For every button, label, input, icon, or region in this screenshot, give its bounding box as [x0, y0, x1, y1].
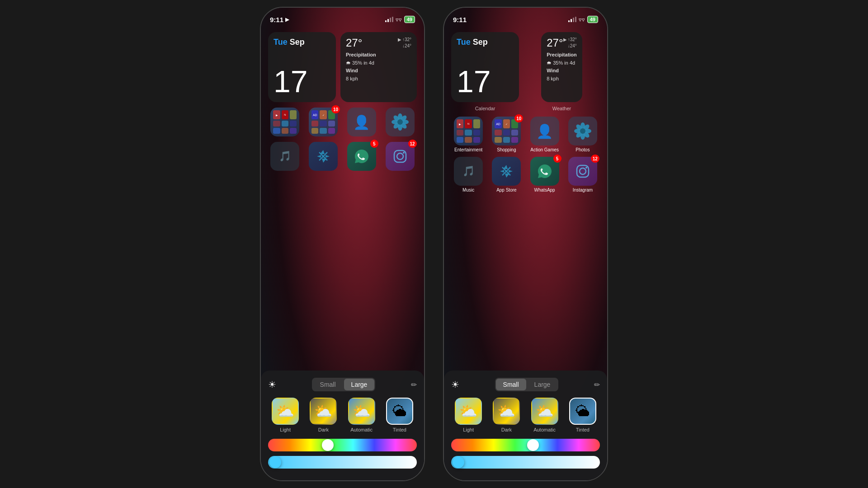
style-tinted-right[interactable]: 🌥 Tinted [566, 398, 600, 432]
size-large-right[interactable]: Large [527, 379, 558, 390]
size-small-left[interactable]: Small [313, 379, 343, 390]
left-phone: 9:11 ▶ ▿▿ 49 Tue Sep [260, 7, 425, 481]
badge-shopping-right: 10 [514, 114, 523, 122]
style-label-auto-left: Automatic [350, 427, 373, 432]
rainbow-slider-left[interactable] [268, 439, 417, 451]
style-dark-left[interactable]: ⛅ Dark [306, 398, 340, 432]
tint-thumb-left[interactable] [269, 456, 281, 468]
badge-whatsapp-right: 5 [553, 155, 561, 163]
label-whatsapp-right: WhatsApp [534, 188, 555, 192]
app-row-2-right: 🎵 Music [451, 157, 600, 192]
signal-bar-r1 [568, 20, 570, 22]
app-row-1-left: ▶ N [268, 108, 417, 136]
calendar-day-right: 17 [457, 66, 514, 97]
label-instagram-right: Instagram [573, 188, 593, 192]
sun-icon-left: ☀ [268, 379, 276, 390]
size-toggle-right: Small Large [495, 378, 559, 391]
style-preview-auto-right: ⛅ [531, 398, 558, 425]
label-entertainment-right: Entertainment [454, 147, 482, 152]
app-row-2-left: 🎵 [268, 142, 417, 171]
signal-bar-1 [385, 20, 387, 22]
style-tinted-left[interactable]: 🌥 Tinted [382, 398, 417, 432]
svg-point-23 [580, 128, 585, 134]
style-label-dark-right: Dark [501, 427, 512, 432]
weather-label-right: Weather [552, 106, 571, 111]
icon-styles-left: ⛅ Light ⛅ Dark ⛅ Automatic [268, 398, 417, 432]
tint-slider-right[interactable] [451, 456, 600, 469]
app-appstore-left[interactable] [307, 142, 340, 171]
style-light-right[interactable]: ⛅ Light [451, 398, 486, 432]
weather-hilo-right: ▶ ↑32° ↓24° [563, 37, 577, 49]
bottom-panel-right: ☀ Small Large ✏ ⛅ Light ⛅ [444, 371, 607, 480]
app-music-left[interactable]: 🎵 [268, 142, 302, 171]
app-music-right[interactable]: 🎵 Music [451, 157, 486, 192]
bottom-panel-left: ☀ Small Large ✏ ⛅ Light ⛅ [261, 371, 424, 480]
status-icons-right: ▿▿ 49 [568, 16, 598, 23]
status-time-left: 9:11 ▶ [270, 16, 289, 23]
wifi-icon-right: ▿▿ [579, 16, 585, 23]
weather-temp-left: 27° [346, 37, 362, 49]
app-photos-right[interactable]: Photos [566, 117, 600, 152]
weather-hilo-left: ▶ ↑32° ↓24° [398, 37, 411, 49]
size-large-left[interactable]: Large [344, 379, 375, 390]
style-preview-light-right: ⛅ [455, 398, 482, 425]
app-photos-left[interactable] [383, 108, 417, 136]
style-preview-tinted-left: 🌥 [386, 398, 413, 425]
calendar-widget-right[interactable]: Tue Sep 17 [451, 32, 519, 102]
signal-bar-r2 [571, 19, 572, 22]
app-shopping-right[interactable]: AD ✓ 10 Shopping [489, 117, 524, 152]
style-automatic-right[interactable]: ⛅ Automatic [528, 398, 562, 432]
rainbow-slider-right[interactable] [451, 439, 600, 451]
badge-instagram-right: 12 [591, 155, 599, 163]
app-action-left[interactable]: 👤 [345, 108, 379, 136]
style-preview-auto-left: ⛅ [348, 398, 375, 425]
app-appstore-right[interactable]: App Store [489, 157, 524, 192]
pencil-icon-left[interactable]: ✏ [411, 380, 417, 389]
signal-bar-3 [390, 18, 391, 22]
weather-widget-left[interactable]: 27° ▶ ↑32° ↓24° Precipitation 🌧 35% in 4… [340, 32, 417, 102]
time-display: 9:11 [270, 16, 283, 23]
style-preview-dark-left: ⛅ [310, 398, 337, 425]
calendar-month-right: Tue Sep [457, 38, 514, 47]
app-instagram-left[interactable]: 12 [383, 142, 417, 171]
weather-widget-right[interactable]: 27° ▶ ↑32° ↓24° Precipitation [541, 32, 582, 102]
style-label-light-left: Light [280, 427, 291, 432]
rainbow-thumb-right[interactable] [527, 439, 539, 451]
svg-point-13 [397, 153, 403, 160]
style-label-auto-right: Automatic [533, 427, 556, 432]
size-toggle-left: Small Large [312, 378, 376, 391]
status-icons-left: ▿▿ 49 [385, 16, 415, 23]
app-whatsapp-right[interactable]: 5 WhatsApp [528, 157, 562, 192]
app-whatsapp-left[interactable]: 5 [345, 142, 379, 171]
svg-point-28 [585, 167, 587, 169]
status-bar-right: 9:11 ▿▿ 49 [444, 8, 607, 28]
signal-bar-r3 [573, 18, 574, 22]
weather-detail-right: Precipitation 🌧 35% in 4d Wind 8 kph [547, 51, 577, 83]
calendar-widget-left[interactable]: Tue Sep 17 [268, 32, 336, 102]
app-instagram-right[interactable]: 12 Instagram [566, 157, 600, 192]
tint-thumb-right[interactable] [453, 456, 464, 468]
rainbow-thumb-left[interactable] [322, 439, 334, 451]
sun-icon-right: ☀ [451, 379, 459, 390]
size-small-right[interactable]: Small [496, 379, 526, 390]
app-entertainment-right[interactable]: ▶ N Entertainment [451, 117, 486, 152]
status-bar-left: 9:11 ▶ ▿▿ 49 [261, 8, 424, 28]
app-entertainment-left[interactable]: ▶ N [268, 108, 302, 136]
app-shopping-left[interactable]: AD ✓ 10 [307, 108, 340, 136]
style-light-left[interactable]: ⛅ Light [268, 398, 302, 432]
style-preview-tinted-right: 🌥 [569, 398, 596, 425]
calendar-month-left: Tue Sep [274, 38, 330, 47]
style-automatic-left[interactable]: ⛅ Automatic [344, 398, 379, 432]
app-action-right[interactable]: 👤 Action Games [528, 117, 562, 152]
tint-slider-left[interactable] [268, 456, 417, 469]
pencil-icon-right[interactable]: ✏ [594, 380, 600, 389]
badge-shopping-left: 10 [331, 105, 340, 113]
size-controls-right: ☀ Small Large ✏ [451, 378, 600, 391]
style-label-light-right: Light [463, 427, 474, 432]
signal-bar-4 [392, 17, 393, 22]
style-label-tinted-left: Tinted [393, 427, 406, 432]
slider-container-left [268, 439, 417, 469]
label-appstore-right: App Store [496, 188, 516, 192]
calendar-day-left: 17 [274, 66, 330, 97]
style-dark-right[interactable]: ⛅ Dark [489, 398, 524, 432]
